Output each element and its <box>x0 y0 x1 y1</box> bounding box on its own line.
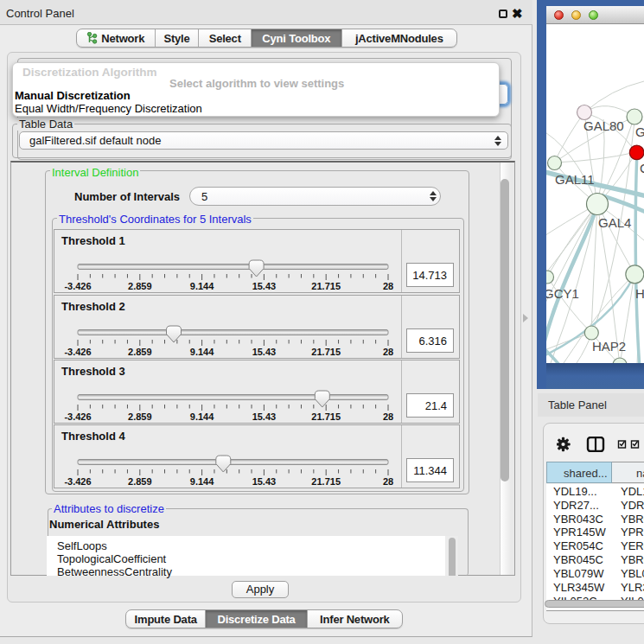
svg-text:2.859: 2.859 <box>128 347 152 357</box>
svg-text:15.43: 15.43 <box>252 411 277 422</box>
svg-text:2.859: 2.859 <box>128 281 152 291</box>
svg-text:15.43: 15.43 <box>252 476 277 487</box>
svg-text:21.715: 21.715 <box>311 476 341 487</box>
svg-text:G: G <box>635 124 644 139</box>
svg-text:15.43: 15.43 <box>252 281 277 291</box>
svg-text:21.715: 21.715 <box>311 411 341 422</box>
svg-text:28: 28 <box>383 347 393 357</box>
svg-text:H: H <box>635 286 644 301</box>
svg-text:HAP2: HAP2 <box>592 339 626 354</box>
svg-text:21.715: 21.715 <box>311 281 341 291</box>
svg-text:9.144: 9.144 <box>190 281 214 291</box>
svg-text:28: 28 <box>383 476 393 487</box>
svg-text:9.144: 9.144 <box>190 476 214 487</box>
svg-text:GAL80: GAL80 <box>583 118 624 133</box>
svg-text:C: C <box>640 161 644 175</box>
svg-text:15.43: 15.43 <box>252 347 277 357</box>
svg-text:-3.426: -3.426 <box>64 411 91 422</box>
svg-text:2.859: 2.859 <box>128 476 152 487</box>
svg-text:28: 28 <box>383 281 393 291</box>
svg-text:GAL11: GAL11 <box>555 172 595 187</box>
svg-text:9.144: 9.144 <box>190 347 214 357</box>
svg-text:-3.426: -3.426 <box>64 476 91 487</box>
svg-text:2.859: 2.859 <box>128 411 152 422</box>
svg-text:9.144: 9.144 <box>190 411 214 422</box>
svg-text:GCY1: GCY1 <box>546 286 579 301</box>
svg-text:28: 28 <box>383 411 393 422</box>
svg-text:-3.426: -3.426 <box>64 281 91 291</box>
svg-text:-3.426: -3.426 <box>64 347 91 357</box>
svg-text:21.715: 21.715 <box>311 347 341 357</box>
svg-text:GAL4: GAL4 <box>598 215 631 230</box>
